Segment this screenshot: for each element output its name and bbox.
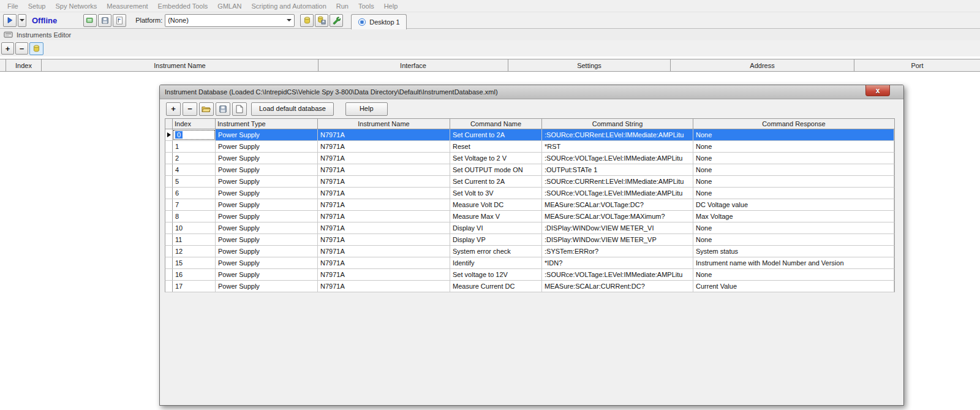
cell-command-response[interactable]: None bbox=[693, 269, 894, 280]
cell-command-string[interactable]: *RST bbox=[542, 141, 693, 152]
cell-name[interactable]: N7971A bbox=[318, 211, 450, 222]
menu-item-run[interactable]: Run bbox=[331, 2, 353, 10]
cell-name[interactable]: N7971A bbox=[318, 269, 450, 280]
cell-name[interactable]: N7971A bbox=[318, 281, 450, 292]
cell-command-string[interactable]: :SOURce:VOLTage:LEVel:IMMediate:AMPLitu bbox=[542, 269, 693, 280]
cell-index[interactable]: 15 bbox=[173, 257, 216, 268]
cell-name[interactable]: N7971A bbox=[318, 257, 450, 268]
cell-command-string[interactable]: :SOURce:VOLTage:LEVel:IMMediate:AMPLitu bbox=[542, 153, 693, 164]
table-row[interactable]: 10Power SupplyN7971ADisplay VI:DISPlay:W… bbox=[165, 222, 895, 234]
cell-name[interactable]: N7971A bbox=[318, 176, 450, 187]
cell-command-string[interactable]: :SOURce:VOLTage:LEVel:IMMediate:AMPLitu bbox=[542, 188, 693, 199]
platform-select[interactable]: (None) bbox=[165, 14, 295, 27]
menu-item-scripting-and-automation[interactable]: Scripting and Automation bbox=[246, 2, 331, 10]
column-header-instrument-name[interactable]: Instrument Name bbox=[318, 119, 450, 129]
cell-index[interactable]: 6 bbox=[173, 188, 216, 199]
cell-command-name[interactable]: Set Current to 2A bbox=[450, 129, 542, 140]
cell-command-name[interactable]: Set Voltage to 2 V bbox=[450, 153, 542, 164]
column-header-index[interactable]: Index bbox=[6, 59, 42, 71]
table-row[interactable]: 17Power SupplyN7971AMeasure Current DCME… bbox=[165, 281, 895, 292]
column-header-index[interactable]: Index bbox=[173, 119, 216, 129]
cell-name[interactable]: N7971A bbox=[318, 188, 450, 199]
column-header-settings[interactable]: Settings bbox=[508, 59, 671, 71]
save-button[interactable] bbox=[98, 14, 111, 27]
remove-command-button[interactable]: − bbox=[183, 102, 197, 116]
cell-index[interactable]: 17 bbox=[173, 281, 216, 292]
cell-command-response[interactable]: None bbox=[693, 222, 894, 233]
cell-command-string[interactable]: MEASure:SCALar:VOLTage:DC? bbox=[542, 199, 693, 210]
table-row[interactable]: 1Power SupplyN7971AReset*RSTNone bbox=[165, 141, 895, 153]
cell-command-name[interactable]: Reset bbox=[450, 141, 542, 152]
cell-name[interactable]: N7971A bbox=[318, 234, 450, 245]
cell-command-string[interactable]: :SOURce:CURRent:LEVel:IMMediate:AMPLitu bbox=[542, 129, 693, 140]
menu-item-measurement[interactable]: Measurement bbox=[102, 2, 153, 10]
database-button[interactable] bbox=[300, 14, 314, 27]
cell-command-name[interactable]: Set Volt to 3V bbox=[450, 188, 542, 199]
cell-command-response[interactable]: None bbox=[693, 164, 894, 175]
cell-type[interactable]: Power Supply bbox=[216, 141, 318, 152]
menu-item-spy-networks[interactable]: Spy Networks bbox=[50, 2, 102, 10]
table-row[interactable]: 6Power SupplyN7971ASet Volt to 3V:SOURce… bbox=[165, 188, 895, 199]
column-header-address[interactable]: Address bbox=[671, 59, 854, 71]
cell-command-string[interactable]: *IDN? bbox=[542, 257, 693, 268]
cell-command-name[interactable]: Display VI bbox=[450, 222, 542, 233]
cell-type[interactable]: Power Supply bbox=[216, 153, 318, 164]
instrument-database-button[interactable] bbox=[29, 42, 43, 55]
cell-command-string[interactable]: :SYSTem:ERRor? bbox=[542, 246, 693, 257]
cell-type[interactable]: Power Supply bbox=[216, 234, 318, 245]
help-button[interactable]: Help bbox=[345, 102, 388, 116]
cell-command-string[interactable]: :DISPlay:WINDow:VIEW METER_VP bbox=[542, 234, 693, 245]
cell-name[interactable]: N7971A bbox=[318, 129, 450, 140]
cell-command-response[interactable]: None bbox=[693, 153, 894, 164]
menu-item-file[interactable]: File bbox=[2, 2, 23, 10]
cell-command-response[interactable]: None bbox=[693, 188, 894, 199]
report-button[interactable] bbox=[113, 14, 126, 27]
cell-type[interactable]: Power Supply bbox=[216, 281, 318, 292]
remove-instrument-button[interactable]: − bbox=[15, 42, 28, 55]
cell-index[interactable]: 16 bbox=[173, 269, 216, 280]
open-database-button[interactable] bbox=[199, 102, 214, 116]
cell-name[interactable]: N7971A bbox=[318, 222, 450, 233]
cell-command-string[interactable]: :DISPlay:WINDow:VIEW METER_VI bbox=[542, 222, 693, 233]
cell-index[interactable]: 0 bbox=[173, 129, 216, 140]
cell-index[interactable]: 12 bbox=[173, 246, 216, 257]
menu-item-tools[interactable]: Tools bbox=[353, 2, 379, 10]
menu-item-embedded-tools[interactable]: Embedded Tools bbox=[153, 2, 213, 10]
table-row[interactable]: 11Power SupplyN7971ADisplay VP:DISPlay:W… bbox=[165, 234, 895, 246]
table-row[interactable]: 12Power SupplyN7971ASystem error check:S… bbox=[165, 246, 895, 257]
cell-command-name[interactable]: Measure Current DC bbox=[450, 281, 542, 292]
database-save-button[interactable] bbox=[315, 14, 328, 27]
menu-item-gmlan[interactable]: GMLAN bbox=[213, 2, 246, 10]
cell-type[interactable]: Power Supply bbox=[216, 222, 318, 233]
tab-desktop-1[interactable]: Desktop 1 bbox=[351, 14, 407, 29]
cell-command-name[interactable]: Set OUTPUT mode ON bbox=[450, 164, 542, 175]
cell-command-string[interactable]: MEASure:SCALar:CURRent:DC? bbox=[542, 281, 693, 292]
cell-command-response[interactable]: None bbox=[693, 129, 894, 140]
add-command-button[interactable]: + bbox=[166, 102, 181, 116]
table-row[interactable]: 8Power SupplyN7971AMeasure Max VMEASure:… bbox=[165, 211, 895, 222]
column-header-command-response[interactable]: Command Response bbox=[693, 119, 894, 129]
cell-index[interactable]: 8 bbox=[173, 211, 216, 222]
cell-command-string[interactable]: :SOURce:CURRent:LEVel:IMMediate:AMPLitu bbox=[542, 176, 693, 187]
cell-command-name[interactable]: Measure Volt DC bbox=[450, 199, 542, 210]
cell-command-response[interactable]: None bbox=[693, 141, 894, 152]
column-header-instrument-type[interactable]: Instrument Type bbox=[216, 119, 318, 129]
cell-index[interactable]: 1 bbox=[173, 141, 216, 152]
cell-type[interactable]: Power Supply bbox=[216, 199, 318, 210]
table-row[interactable]: 15Power SupplyN7971AIdentify*IDN?Instrum… bbox=[165, 257, 895, 269]
table-row[interactable]: 16Power SupplyN7971ASet voltage to 12V:S… bbox=[165, 269, 895, 281]
cell-command-name[interactable]: System error check bbox=[450, 246, 542, 257]
cell-type[interactable]: Power Supply bbox=[216, 188, 318, 199]
cell-command-name[interactable]: Measure Max V bbox=[450, 211, 542, 222]
table-row[interactable]: 0Power SupplyN7971ASet Current to 2A:SOU… bbox=[165, 129, 895, 141]
cell-type[interactable]: Power Supply bbox=[216, 164, 318, 175]
run-options-button[interactable] bbox=[18, 14, 26, 27]
cell-command-response[interactable]: None bbox=[693, 234, 894, 245]
cell-name[interactable]: N7971A bbox=[318, 141, 450, 152]
cell-command-name[interactable]: Identify bbox=[450, 257, 542, 268]
cell-index[interactable]: 4 bbox=[173, 164, 216, 175]
cell-type[interactable]: Power Supply bbox=[216, 269, 318, 280]
cell-name[interactable]: N7971A bbox=[318, 153, 450, 164]
load-default-database-button[interactable]: Load default database bbox=[251, 102, 334, 116]
cell-type[interactable]: Power Supply bbox=[216, 246, 318, 257]
